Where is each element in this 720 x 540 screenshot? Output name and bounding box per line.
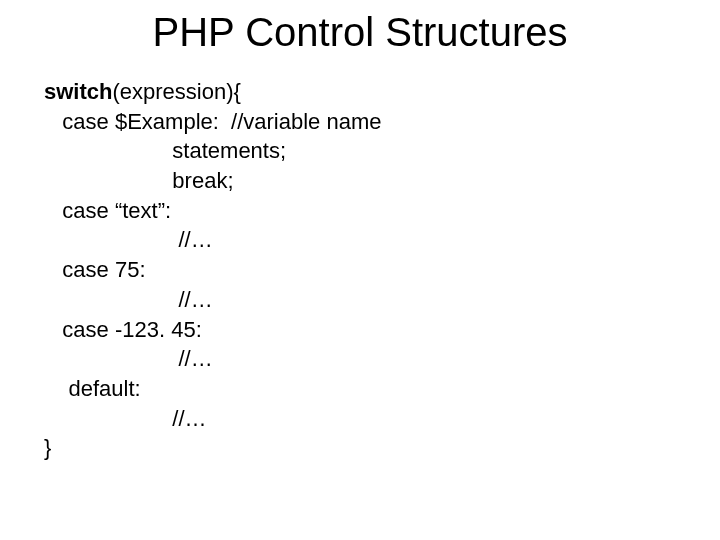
slide: PHP Control Structures switch(expression… [0,0,720,540]
switch-keyword: switch [44,79,112,104]
code-line-7: case 75: [44,255,720,285]
code-text: (expression){ [112,79,240,104]
code-line-3: statements; [44,136,720,166]
code-line-4: break; [44,166,720,196]
code-line-12: //… [44,404,720,434]
code-line-10: //… [44,344,720,374]
code-line-9: case -123. 45: [44,315,720,345]
page-title: PHP Control Structures [0,0,720,55]
code-line-6: //… [44,225,720,255]
code-line-1: switch(expression){ [44,77,720,107]
code-line-11: default: [44,374,720,404]
code-line-8: //… [44,285,720,315]
code-line-5: case “text”: [44,196,720,226]
code-block: switch(expression){ case $Example: //var… [0,55,720,463]
code-line-13: } [44,433,720,463]
code-line-2: case $Example: //variable name [44,107,720,137]
